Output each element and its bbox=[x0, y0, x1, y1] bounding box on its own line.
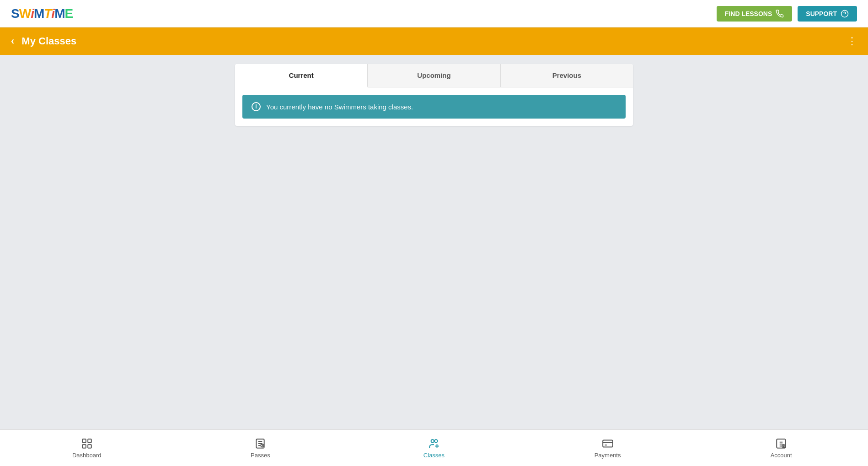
alert-banner: i You currently have no Swimmers taking … bbox=[242, 95, 626, 119]
tab-upcoming[interactable]: Upcoming bbox=[368, 64, 500, 87]
logo-m: M bbox=[34, 6, 44, 21]
find-lessons-icon bbox=[776, 10, 784, 18]
tab-previous[interactable]: Previous bbox=[501, 64, 633, 87]
nav-account[interactable]: Account bbox=[763, 437, 799, 459]
page-title: My Classes bbox=[21, 35, 76, 47]
svg-point-13 bbox=[431, 439, 434, 443]
nav-dashboard[interactable]: Dashboard bbox=[69, 437, 105, 459]
support-icon bbox=[841, 10, 849, 18]
svg-rect-4 bbox=[82, 444, 86, 448]
tab-bar: Current Upcoming Previous bbox=[235, 64, 633, 87]
logo-e: E bbox=[64, 6, 73, 21]
svg-rect-15 bbox=[603, 440, 613, 447]
classes-icon bbox=[428, 437, 440, 450]
svg-rect-5 bbox=[88, 444, 91, 448]
menu-button[interactable]: ⋮ bbox=[847, 35, 857, 47]
find-lessons-label: FIND LESSONS bbox=[725, 10, 772, 17]
nav-classes-label: Classes bbox=[423, 452, 445, 459]
nav-payments-label: Payments bbox=[595, 452, 621, 459]
account-icon bbox=[775, 437, 788, 450]
main-content: Current Upcoming Previous i You currentl… bbox=[0, 55, 868, 429]
svg-line-12 bbox=[263, 445, 263, 446]
svg-point-14 bbox=[434, 439, 438, 443]
logo-w: W bbox=[19, 6, 31, 21]
nav-payments[interactable]: Payments bbox=[589, 437, 626, 459]
back-button[interactable]: ‹ bbox=[11, 35, 14, 47]
logo-i: i bbox=[31, 6, 34, 21]
svg-rect-3 bbox=[88, 439, 91, 443]
nav-buttons: FIND LESSONS SUPPORT bbox=[717, 6, 857, 22]
logo-i2: i bbox=[51, 6, 54, 21]
tab-container: Current Upcoming Previous i You currentl… bbox=[235, 64, 633, 126]
payments-icon bbox=[601, 437, 614, 450]
alert-icon: i bbox=[252, 102, 261, 111]
tab-current[interactable]: Current bbox=[235, 64, 368, 87]
support-label: SUPPORT bbox=[806, 10, 837, 17]
nav-passes-label: Passes bbox=[251, 452, 270, 459]
logo-m2: M bbox=[54, 6, 64, 21]
logo-t: T bbox=[44, 6, 51, 21]
svg-rect-2 bbox=[82, 439, 86, 443]
nav-classes[interactable]: Classes bbox=[416, 437, 452, 459]
logo-s: S bbox=[11, 6, 19, 21]
nav-account-label: Account bbox=[771, 452, 792, 459]
find-lessons-button[interactable]: FIND LESSONS bbox=[717, 6, 792, 22]
dashboard-icon bbox=[80, 437, 93, 450]
support-button[interactable]: SUPPORT bbox=[798, 6, 857, 22]
bottom-navigation: Dashboard Passes Classes bbox=[0, 429, 868, 466]
alert-message: You currently have no Swimmers taking cl… bbox=[266, 103, 413, 111]
logo: SWiMTiME bbox=[11, 6, 73, 21]
nav-dashboard-label: Dashboard bbox=[72, 452, 102, 459]
page-header: ‹ My Classes ⋮ bbox=[0, 27, 868, 55]
passes-icon bbox=[254, 437, 267, 450]
top-navigation: SWiMTiME FIND LESSONS SUPPORT bbox=[0, 0, 868, 27]
nav-passes[interactable]: Passes bbox=[242, 437, 279, 459]
